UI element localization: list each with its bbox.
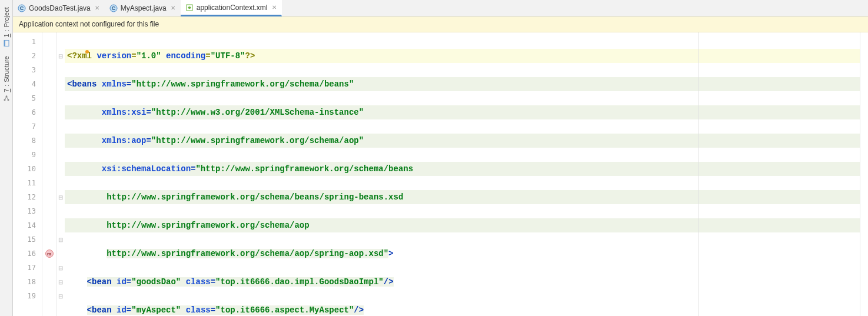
code-line: <?xml version="1.0" encoding="UTF-8"?> [65,49,860,63]
project-tool-label: Project [3,7,10,27]
code-line: <bean id="myAspect" class="top.it6666.as… [65,303,860,316]
aop-marker-icon: m [45,250,54,258]
tab-label: applicationContext.xml [197,4,268,12]
tab-myaspect[interactable]: C MyAspect.java ✕ [105,0,181,16]
code-line: xmlns:aop="http://www.springframework.or… [65,134,860,148]
main-area: C GoodsDaoTest.java ✕ C MyAspect.java ✕ … [13,0,868,316]
code-line: <bean id="goodsDao" class="top.it6666.da… [65,275,860,289]
fold-open-icon: ⊟ [58,194,63,201]
class-icon: C [18,4,26,12]
tab-label: MyAspect.java [121,4,167,12]
fold-close-icon: ⊟ [58,279,63,285]
structure-icon [3,95,10,102]
line-number: 3 [13,63,42,77]
project-icon [3,39,10,46]
spring-icon [185,4,194,12]
marker-gutter: m [42,32,56,316]
close-icon[interactable]: ✕ [171,5,175,11]
close-icon[interactable]: ✕ [95,5,99,11]
svg-text:C: C [111,5,115,11]
code-line: <beans xmlns="http://www.springframework… [65,77,860,91]
fold-toggle[interactable]: ⊟ [56,275,65,289]
error-stripe[interactable] [860,32,868,316]
aop-gutter-mark[interactable]: m [42,247,56,261]
close-icon[interactable]: ✕ [272,4,277,11]
project-tool-number: 1 [3,34,10,37]
editor[interactable]: 1 2 3 4 5 6 7 8 9 10 11 12 13 14 15 16 1… [13,32,868,316]
tab-goodsdaotest[interactable]: C GoodsDaoTest.java ✕ [13,0,105,16]
code-line: http://www.springframework.org/schema/ao… [65,247,860,261]
warning-marker-icon [85,50,89,54]
line-number: 16 [13,247,42,261]
line-number: 19 [13,289,42,303]
line-number: 9 [13,148,42,162]
code-line: xmlns:xsi="http://www.w3.org/2001/XMLSch… [65,105,860,119]
line-number-gutter: 1 2 3 4 5 6 7 8 9 10 11 12 13 14 15 16 1… [13,32,42,316]
structure-tool-number: 7 [3,89,10,92]
line-number: 8 [13,134,42,148]
line-number: 14 [13,218,42,232]
fold-toggle[interactable]: ⊟ [56,261,65,275]
line-number: 11 [13,176,42,190]
right-margin-line [699,32,699,316]
fold-close-icon: ⊟ [58,265,63,271]
fold-toggle[interactable]: ⊟ [56,232,65,247]
line-number: 18 [13,275,42,289]
structure-tool-button[interactable]: 7: Structure [2,51,11,107]
code-content[interactable]: <?xml version="1.0" encoding="UTF-8"?> <… [65,32,860,316]
line-number: 10 [13,162,42,176]
fold-toggle[interactable]: ⊟ [56,49,65,63]
line-number: 2 [13,49,42,63]
structure-tool-label: Structure [3,56,10,82]
line-number: 17 [13,261,42,275]
context-notice-bar[interactable]: Application context not configured for t… [13,16,868,32]
line-number: 15 [13,232,42,247]
fold-toggle[interactable]: ⊟ [56,190,65,204]
tool-window-bar: 1: Project 7: Structure [0,0,13,316]
fold-open-icon: ⊟ [58,53,63,59]
code-line: xsi:schemaLocation="http://www.springfra… [65,162,860,176]
svg-text:C: C [20,5,24,11]
line-number: 5 [13,91,42,105]
editor-tabs: C GoodsDaoTest.java ✕ C MyAspect.java ✕ … [13,0,868,16]
tab-applicationcontext[interactable]: applicationContext.xml ✕ [181,0,282,16]
line-number: 1 [13,35,42,49]
fold-close-icon: ⊟ [58,293,63,300]
code-line: http://www.springframework.org/schema/be… [65,190,860,204]
fold-open-icon: ⊟ [58,237,63,243]
fold-gutter: ⊟ ⊟ ⊟ ⊟ ⊟ ⊟ [56,32,65,316]
project-tool-button[interactable]: 1: Project [2,2,11,51]
line-number: 13 [13,204,42,218]
fold-toggle[interactable]: ⊟ [56,289,65,303]
line-number: 4 [13,77,42,91]
line-number: 7 [13,119,42,134]
line-number: 12 [13,190,42,204]
code-line: http://www.springframework.org/schema/ao… [65,218,860,232]
class-icon: C [109,4,118,12]
notice-text: Application context not configured for t… [19,20,159,28]
line-number: 6 [13,105,42,119]
tab-label: GoodsDaoTest.java [29,4,91,12]
